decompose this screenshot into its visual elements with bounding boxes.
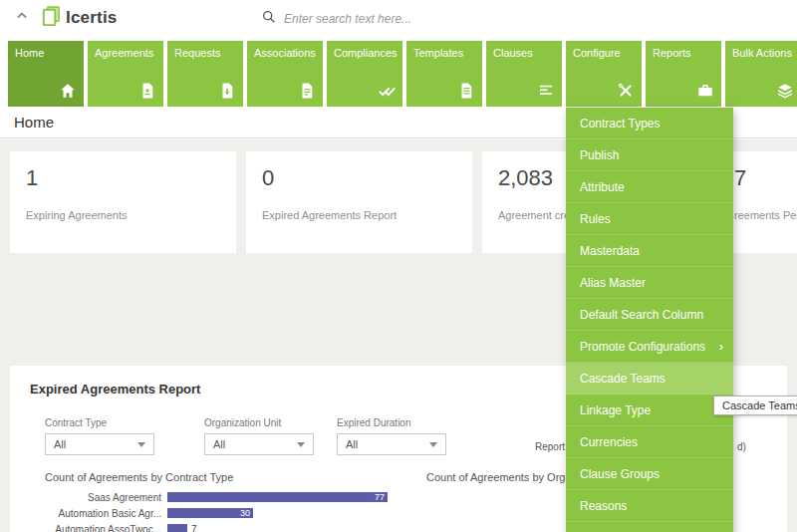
tab-label: Clauses	[493, 47, 533, 59]
dashboard-card[interactable]: 0Expired Agreements Report	[246, 151, 472, 253]
filter-contract-type: Contract TypeAll	[45, 417, 154, 455]
configure-dropdown-menu: Contract TypesPublishAttributeRulesMaste…	[566, 108, 733, 532]
menu-item-attribute[interactable]: Attribute	[566, 171, 733, 203]
menu-item-promote-configurations[interactable]: Promote Configurations›	[566, 331, 733, 363]
tab-compliances[interactable]: Compliances	[327, 41, 402, 107]
tab-agreements[interactable]: Agreements	[88, 41, 163, 107]
collapse-header-button[interactable]	[10, 6, 34, 30]
layers-icon	[776, 82, 794, 100]
report-generated-text-tail: d)	[737, 441, 746, 452]
configure-tools-icon	[617, 82, 635, 100]
bar-value-label: 30	[240, 508, 250, 518]
menu-item-default-search-column[interactable]: Default Search Column	[566, 299, 733, 331]
bar-value-label: 77	[375, 492, 385, 502]
menu-item-currencies[interactable]: Currencies	[566, 426, 733, 458]
tab-label: Home	[15, 47, 44, 59]
chevron-down-icon	[429, 442, 437, 447]
bar-category-label: Saas Agreement	[30, 492, 167, 503]
tab-label: Bulk Actions	[732, 47, 792, 59]
menu-item-label: Masterdata	[580, 244, 640, 258]
card-value: 7	[734, 165, 797, 191]
menu-item-alias-master[interactable]: Alias Master	[566, 267, 733, 299]
tab-requests[interactable]: Requests	[167, 41, 243, 107]
tab-label: Configure	[573, 47, 621, 59]
search-input[interactable]	[284, 12, 493, 26]
bar-category-label: Automation AssoTwoc...	[30, 524, 167, 532]
menu-item-label: Publish	[580, 148, 619, 162]
bar-value-label: 7	[191, 524, 197, 532]
menu-item-label: Contract Types	[580, 117, 660, 131]
filter-select[interactable]: All	[337, 433, 446, 455]
submenu-arrow-icon: ›	[719, 331, 723, 363]
bar[interactable]: 77	[167, 492, 388, 502]
card-label: Expiring Agreements	[26, 209, 220, 221]
menu-item-label: Rules	[580, 212, 611, 226]
menu-item-label: Clause Groups	[580, 467, 660, 481]
tooltip: Cascade Teams	[713, 396, 797, 415]
filter-selected-value: All	[54, 438, 66, 450]
ribbon: HomeAgreementsRequestsAssociationsCompli…	[0, 36, 797, 107]
filter-select[interactable]: All	[204, 433, 314, 455]
tab-configure[interactable]: Configure	[566, 41, 642, 107]
tab-home[interactable]: Home	[8, 41, 84, 107]
templates-doc-icon	[457, 82, 475, 100]
tab-associations[interactable]: Associations	[247, 41, 323, 107]
tab-reports[interactable]: Reports	[646, 41, 721, 107]
card-label: Expired Agreements Report	[262, 209, 456, 221]
tab-clauses[interactable]: Clauses	[486, 41, 562, 107]
menu-item-contract-types[interactable]: Contract Types	[566, 108, 733, 139]
home-icon	[59, 82, 77, 100]
logo-text: Icertis	[66, 8, 118, 28]
tab-label: Associations	[254, 47, 316, 59]
menu-item-label: Reasons	[580, 499, 627, 513]
tab-label: Agreements	[95, 47, 153, 59]
clauses-lines-icon	[537, 82, 555, 100]
bar[interactable]	[167, 524, 187, 532]
icertis-logo-icon	[40, 5, 63, 32]
tab-templates[interactable]: Templates	[406, 41, 482, 107]
search-icon[interactable]	[261, 9, 277, 29]
chevron-up-icon	[12, 6, 32, 30]
menu-item-clause-groups[interactable]: Clause Groups	[566, 458, 733, 490]
tab-label: Requests	[174, 47, 220, 59]
menu-item-label: Promote Configurations	[580, 340, 705, 354]
tab-label: Reports	[653, 47, 691, 59]
menu-item-label: Attribute	[580, 180, 625, 194]
filter-selected-value: All	[213, 438, 225, 450]
filter-selected-value: All	[346, 438, 358, 450]
filter-expired-duration: Expired DurationAll	[337, 417, 446, 455]
associations-doc-icon	[298, 82, 316, 100]
menu-item-reasons[interactable]: Reasons	[566, 490, 733, 522]
tab-label: Compliances	[334, 47, 398, 59]
card-value: 0	[262, 165, 456, 191]
filter-label: Contract Type	[45, 417, 154, 428]
menu-item-label: Currencies	[580, 435, 638, 449]
menu-item-cascade-teams[interactable]: Cascade Teams	[566, 363, 733, 395]
menu-item-rules[interactable]: Rules	[566, 203, 733, 235]
filters-row: Contract TypeAllOrganization UnitAllExpi…	[30, 417, 446, 455]
requests-doc-icon	[218, 82, 236, 100]
menu-item-label: Alias Master	[580, 276, 646, 290]
menu-item-label: Linkage Type	[580, 403, 651, 417]
menu-item-label: Cascade Teams	[580, 372, 665, 386]
menu-item-publish[interactable]: Publish	[566, 139, 733, 171]
card-label: reements Pend	[734, 209, 797, 221]
filter-organization-unit: Organization UnitAll	[204, 417, 314, 455]
menu-item-linkage-type[interactable]: Linkage Type	[566, 395, 733, 426]
card-value: 1	[26, 165, 220, 191]
tab-bulk-actions[interactable]: Bulk Actions	[725, 41, 797, 107]
chevron-down-icon	[297, 442, 305, 447]
tab-label: Templates	[413, 47, 463, 59]
briefcase-icon	[696, 82, 714, 100]
agreements-doc-icon	[138, 82, 156, 100]
global-search	[261, 8, 493, 30]
bar-category-label: Automation Basic Agr...	[30, 508, 167, 519]
dashboard-card[interactable]: 1Expiring Agreements	[10, 151, 236, 253]
menu-item-masterdata[interactable]: Masterdata	[566, 235, 733, 267]
filter-select[interactable]: All	[45, 433, 154, 455]
bar[interactable]: 30	[167, 508, 253, 518]
icertis-logo[interactable]: Icertis	[40, 5, 118, 32]
double-check-icon	[378, 82, 396, 100]
filter-label: Organization Unit	[204, 417, 314, 428]
app-header: Icertis	[0, 0, 797, 36]
